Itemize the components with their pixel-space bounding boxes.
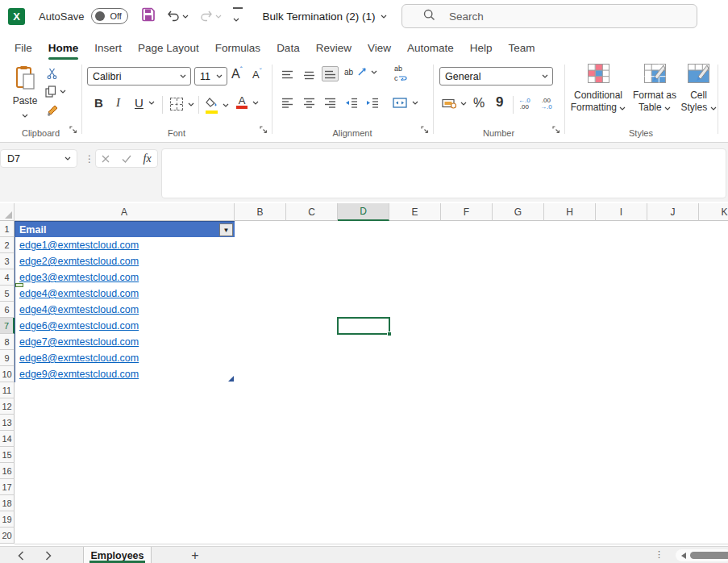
cell-D5[interactable] xyxy=(338,286,390,302)
cell-G10[interactable] xyxy=(493,366,545,383)
cancel-icon[interactable] xyxy=(102,152,110,166)
cell-H10[interactable] xyxy=(544,366,597,383)
cell-D10[interactable] xyxy=(338,366,390,383)
cell-K19[interactable] xyxy=(699,511,728,528)
cell-E16[interactable] xyxy=(389,463,442,480)
cell-J2[interactable] xyxy=(647,237,700,254)
conditional-formatting-button[interactable]: Conditional Formatting xyxy=(568,64,628,114)
column-header-E[interactable]: E xyxy=(389,203,441,221)
copy-chevron-icon[interactable] xyxy=(60,90,66,94)
cell-G6[interactable] xyxy=(493,302,545,319)
bottom-align-button[interactable] xyxy=(322,66,339,81)
cell-B15[interactable] xyxy=(235,447,287,464)
cell-H2[interactable] xyxy=(544,237,597,254)
cell-I15[interactable] xyxy=(596,447,648,464)
paste-chevron-icon[interactable] xyxy=(22,114,28,118)
middle-align-button[interactable] xyxy=(303,70,315,81)
underline-chevron-icon[interactable] xyxy=(148,101,155,105)
cell-B6[interactable] xyxy=(235,302,287,319)
borders-button[interactable] xyxy=(170,98,194,111)
cell-D12[interactable] xyxy=(338,398,390,415)
row-header-9[interactable]: 9 xyxy=(0,350,15,366)
cell-D15[interactable] xyxy=(338,447,390,464)
decrease-font-size-button[interactable]: Aˇ xyxy=(252,69,262,81)
cell-J20[interactable] xyxy=(647,528,700,544)
format-as-table-button[interactable]: Format as Table xyxy=(630,64,680,114)
cell-A12[interactable] xyxy=(15,398,235,415)
cell-C13[interactable] xyxy=(286,415,339,432)
cell-H5[interactable] xyxy=(544,286,597,302)
cell-J10[interactable] xyxy=(647,366,700,383)
cell-H17[interactable] xyxy=(544,479,597,496)
decrease-indent-button[interactable] xyxy=(345,98,358,108)
orientation-chevron-icon[interactable] xyxy=(371,70,377,74)
row-header-8[interactable]: 8 xyxy=(0,334,15,350)
cell-E7[interactable] xyxy=(389,318,442,335)
cell-F16[interactable] xyxy=(441,463,493,480)
row-header-18[interactable]: 18 xyxy=(0,495,15,511)
cell-F10[interactable] xyxy=(441,366,493,383)
cell-G20[interactable] xyxy=(493,528,545,544)
cell-D18[interactable] xyxy=(338,495,390,512)
tab-formulas[interactable]: Formulas xyxy=(207,38,268,60)
increase-decimal-button[interactable]: ←.0.00 xyxy=(518,98,530,111)
align-right-button[interactable] xyxy=(324,98,336,108)
increase-font-size-button[interactable]: Aˆ xyxy=(231,67,243,81)
cell-H19[interactable] xyxy=(544,511,597,528)
cell-F14[interactable] xyxy=(441,431,493,448)
next-sheet-button[interactable] xyxy=(45,549,52,563)
tab-view[interactable]: View xyxy=(360,38,399,60)
email-link-row-7[interactable]: edge6@exmtestcloud.com xyxy=(15,318,235,335)
cell-B2[interactable] xyxy=(235,237,287,254)
cell-A15[interactable] xyxy=(15,447,235,464)
merge-center-chevron-icon[interactable] xyxy=(412,101,418,105)
scroll-left-icon[interactable] xyxy=(681,553,686,559)
row-header-15[interactable]: 15 xyxy=(0,447,15,463)
row-header-17[interactable]: 17 xyxy=(0,479,15,495)
cell-F17[interactable] xyxy=(441,479,493,496)
column-header-D[interactable]: D xyxy=(338,203,389,221)
cell-I14[interactable] xyxy=(596,431,648,448)
row-header-6[interactable]: 6 xyxy=(0,302,15,318)
number-format-select[interactable]: General xyxy=(439,67,553,85)
cell-C16[interactable] xyxy=(286,463,339,480)
clipboard-dialog-launcher-icon[interactable] xyxy=(69,123,77,137)
email-link-row-4[interactable]: edge3@exmtestcloud.com xyxy=(15,269,235,286)
cell-H7[interactable] xyxy=(544,318,597,335)
cell-J12[interactable] xyxy=(647,398,700,415)
cell-K12[interactable] xyxy=(699,398,728,415)
cell-E14[interactable] xyxy=(389,431,442,448)
cell-C15[interactable] xyxy=(286,447,339,464)
cell-D13[interactable] xyxy=(338,415,390,432)
cell-styles-button[interactable]: Cell Styles xyxy=(680,64,718,114)
cell-K20[interactable] xyxy=(699,528,728,544)
cell-C2[interactable] xyxy=(286,237,339,254)
cell-C4[interactable] xyxy=(286,269,339,286)
cell-K17[interactable] xyxy=(699,479,728,496)
cell-I7[interactable] xyxy=(596,318,648,335)
cell-G8[interactable] xyxy=(493,334,545,351)
fill-color-chevron-icon[interactable] xyxy=(223,103,229,107)
cell-I20[interactable] xyxy=(596,528,648,544)
cell-I12[interactable] xyxy=(596,398,648,415)
email-link-row-5[interactable]: edge4@exmtestcloud.com xyxy=(15,286,235,302)
cell-E13[interactable] xyxy=(389,415,442,432)
cell-C3[interactable] xyxy=(286,253,339,270)
sheet-tab-employees[interactable]: Employees xyxy=(83,547,152,563)
cell-D3[interactable] xyxy=(338,253,390,270)
save-icon[interactable] xyxy=(141,7,156,25)
cell-I11[interactable] xyxy=(596,382,648,399)
cell-D9[interactable] xyxy=(338,350,390,367)
cell-I18[interactable] xyxy=(596,495,648,512)
row-header-16[interactable]: 16 xyxy=(0,463,15,479)
cell-I5[interactable] xyxy=(596,286,648,302)
cell-H11[interactable] xyxy=(544,382,597,399)
search-input[interactable]: Search xyxy=(401,4,697,28)
cut-button[interactable] xyxy=(47,68,57,79)
cell-H12[interactable] xyxy=(544,398,597,415)
cell-E3[interactable] xyxy=(389,253,442,270)
row-header-1[interactable]: 1 xyxy=(0,221,15,237)
merge-center-button[interactable] xyxy=(393,98,418,108)
row-header-10[interactable]: 10 xyxy=(0,366,15,382)
undo-button[interactable] xyxy=(167,10,189,22)
